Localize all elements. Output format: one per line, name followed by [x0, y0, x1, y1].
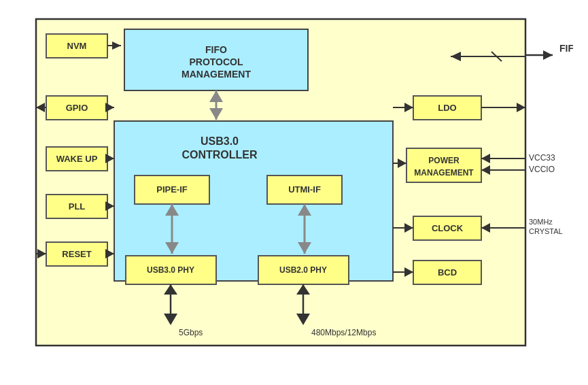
svg-text:GPIO: GPIO	[65, 103, 88, 113]
svg-marker-14	[209, 108, 223, 120]
svg-text:WAKE UP: WAKE UP	[56, 154, 97, 164]
svg-marker-53	[105, 154, 114, 163]
svg-text:NVM: NVM	[67, 41, 86, 51]
svg-text:CRYSTAL: CRYSTAL	[529, 227, 563, 235]
svg-marker-38	[296, 284, 310, 295]
svg-rect-20	[267, 175, 342, 204]
svg-text:BCD: BCD	[437, 267, 456, 278]
svg-marker-23	[165, 204, 179, 216]
svg-marker-78	[481, 165, 490, 175]
svg-text:5Gbps: 5Gbps	[179, 328, 203, 337]
svg-text:CONTROLLER: CONTROLLER	[181, 149, 258, 161]
svg-marker-49	[105, 103, 114, 112]
svg-marker-84	[481, 223, 490, 233]
svg-text:480Mbps/12Mbps: 480Mbps/12Mbps	[311, 328, 376, 337]
svg-text:VCC33: VCC33	[529, 153, 555, 163]
svg-marker-67	[517, 103, 525, 112]
svg-marker-26	[298, 204, 311, 216]
svg-rect-28	[126, 256, 216, 284]
svg-rect-0	[36, 19, 525, 346]
svg-line-7	[491, 52, 502, 61]
svg-text:MANAGEMENT: MANAGEMENT	[181, 69, 251, 80]
svg-rect-54	[46, 195, 107, 218]
svg-rect-81	[413, 216, 481, 240]
svg-text:30MHz: 30MHz	[529, 218, 553, 226]
svg-text:VCCIO: VCCIO	[529, 165, 555, 174]
svg-marker-6	[451, 52, 461, 61]
svg-rect-70	[407, 148, 481, 182]
svg-text:CLOCK: CLOCK	[431, 223, 463, 233]
svg-marker-74	[398, 158, 407, 168]
diagram-svg: FIFO PROTOCOL MANAGEMENT FIFO BUS USB3.0…	[16, 12, 573, 373]
svg-marker-43	[112, 41, 121, 50]
svg-marker-27	[298, 242, 311, 254]
svg-text:USB3.0 PHY: USB3.0 PHY	[146, 265, 194, 275]
block-diagram: FIFO PROTOCOL MANAGEMENT FIFO BUS USB3.0…	[16, 12, 573, 373]
svg-marker-47	[36, 103, 45, 112]
svg-rect-18	[135, 175, 209, 204]
svg-rect-89	[413, 261, 481, 284]
svg-text:UTMI-IF: UTMI-IF	[288, 184, 321, 195]
svg-marker-10	[543, 50, 553, 60]
svg-marker-88	[404, 223, 413, 233]
svg-rect-50	[46, 147, 107, 171]
svg-text:POWER: POWER	[428, 156, 460, 165]
svg-text:FIFO BUS: FIFO BUS	[559, 43, 573, 54]
svg-marker-37	[296, 314, 310, 325]
svg-marker-92	[404, 267, 413, 277]
svg-marker-57	[105, 201, 114, 211]
svg-text:PROTOCOL: PROTOCOL	[189, 56, 243, 67]
svg-rect-40	[46, 34, 107, 58]
svg-rect-30	[258, 256, 349, 284]
svg-marker-13	[209, 90, 223, 102]
svg-rect-64	[413, 96, 481, 120]
svg-rect-15	[114, 121, 393, 281]
svg-text:FIFO: FIFO	[205, 44, 227, 55]
svg-text:USB2.0 PHY: USB2.0 PHY	[279, 265, 326, 275]
svg-rect-58	[46, 242, 107, 266]
svg-marker-33	[164, 314, 177, 325]
svg-marker-63	[105, 249, 114, 258]
svg-rect-44	[46, 96, 107, 120]
svg-marker-76	[481, 154, 490, 163]
svg-text:RESET: RESET	[62, 249, 91, 259]
svg-text:MANAGEMENT: MANAGEMENT	[414, 168, 474, 178]
svg-marker-69	[404, 103, 413, 112]
svg-marker-24	[165, 242, 179, 254]
svg-marker-34	[164, 284, 177, 295]
svg-marker-61	[37, 249, 46, 258]
svg-rect-1	[124, 29, 308, 90]
svg-text:PIPE-IF: PIPE-IF	[156, 184, 188, 195]
svg-text:LDO: LDO	[438, 103, 456, 113]
svg-text:PLL: PLL	[68, 201, 85, 212]
svg-text:USB3.0: USB3.0	[200, 135, 238, 147]
